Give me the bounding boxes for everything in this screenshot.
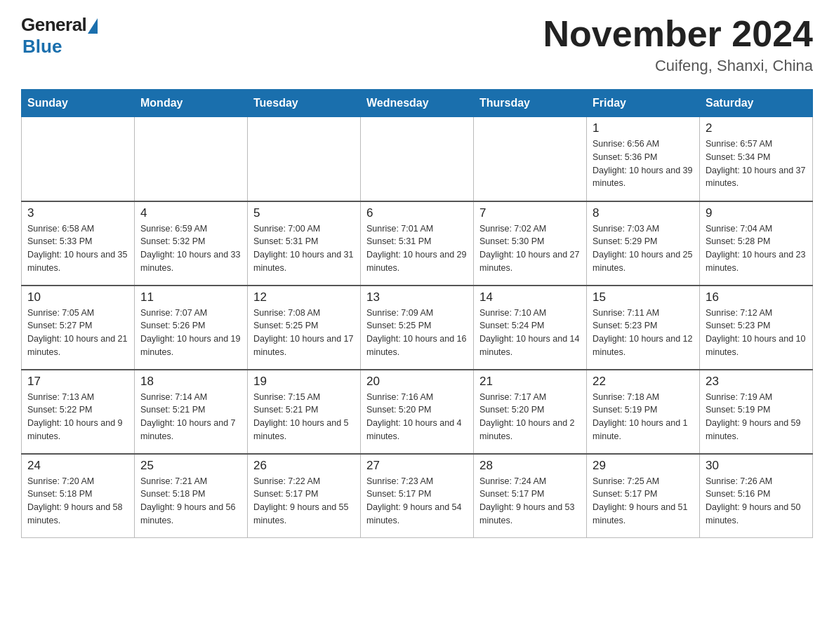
weekday-header: Friday xyxy=(587,90,700,117)
day-info: Sunrise: 7:19 AMSunset: 5:19 PMDaylight:… xyxy=(706,391,807,443)
day-info: Sunrise: 7:25 AMSunset: 5:17 PMDaylight:… xyxy=(593,475,694,528)
day-number: 30 xyxy=(706,459,807,473)
day-info: Sunrise: 7:03 AMSunset: 5:29 PMDaylight:… xyxy=(593,222,694,275)
calendar-cell: 10Sunrise: 7:05 AMSunset: 5:27 PMDayligh… xyxy=(22,286,135,370)
day-number: 16 xyxy=(706,290,807,304)
day-number: 8 xyxy=(593,206,694,220)
logo-general-text: General xyxy=(21,14,86,36)
day-info: Sunrise: 7:07 AMSunset: 5:26 PMDaylight:… xyxy=(140,307,241,359)
calendar-week-row: 1Sunrise: 6:56 AMSunset: 5:36 PMDaylight… xyxy=(22,117,813,201)
day-number: 5 xyxy=(253,206,355,220)
logo-triangle-icon xyxy=(88,18,98,34)
day-info: Sunrise: 7:14 AMSunset: 5:21 PMDaylight:… xyxy=(140,391,241,443)
day-info: Sunrise: 7:12 AMSunset: 5:23 PMDaylight:… xyxy=(706,307,807,359)
calendar-cell xyxy=(361,117,474,201)
calendar-cell: 2Sunrise: 6:57 AMSunset: 5:34 PMDaylight… xyxy=(700,117,813,201)
page-header: General Blue November 2024 Cuifeng, Shan… xyxy=(21,14,813,75)
day-number: 1 xyxy=(593,121,694,135)
day-number: 4 xyxy=(140,206,241,220)
calendar-cell xyxy=(22,117,135,201)
calendar-cell: 29Sunrise: 7:25 AMSunset: 5:17 PMDayligh… xyxy=(587,454,700,538)
calendar-cell: 22Sunrise: 7:18 AMSunset: 5:19 PMDayligh… xyxy=(587,370,700,454)
calendar-cell: 1Sunrise: 6:56 AMSunset: 5:36 PMDaylight… xyxy=(587,117,700,201)
calendar-header-row: SundayMondayTuesdayWednesdayThursdayFrid… xyxy=(22,90,813,117)
weekday-header: Monday xyxy=(135,90,248,117)
calendar-cell: 18Sunrise: 7:14 AMSunset: 5:21 PMDayligh… xyxy=(135,370,248,454)
calendar-cell: 17Sunrise: 7:13 AMSunset: 5:22 PMDayligh… xyxy=(22,370,135,454)
day-number: 10 xyxy=(27,290,128,304)
day-number: 20 xyxy=(366,375,468,389)
day-info: Sunrise: 7:01 AMSunset: 5:31 PMDaylight:… xyxy=(366,222,468,275)
day-info: Sunrise: 7:20 AMSunset: 5:18 PMDaylight:… xyxy=(27,475,128,528)
day-info: Sunrise: 7:04 AMSunset: 5:28 PMDaylight:… xyxy=(706,222,807,275)
calendar-cell: 28Sunrise: 7:24 AMSunset: 5:17 PMDayligh… xyxy=(474,454,587,538)
day-number: 11 xyxy=(140,290,241,304)
calendar-cell: 23Sunrise: 7:19 AMSunset: 5:19 PMDayligh… xyxy=(700,370,813,454)
calendar-cell: 20Sunrise: 7:16 AMSunset: 5:20 PMDayligh… xyxy=(361,370,474,454)
calendar-week-row: 24Sunrise: 7:20 AMSunset: 5:18 PMDayligh… xyxy=(22,454,813,538)
calendar-table: SundayMondayTuesdayWednesdayThursdayFrid… xyxy=(21,89,813,538)
weekday-header: Tuesday xyxy=(248,90,361,117)
day-number: 3 xyxy=(27,206,128,220)
day-number: 29 xyxy=(593,459,694,473)
day-info: Sunrise: 7:11 AMSunset: 5:23 PMDaylight:… xyxy=(593,307,694,359)
day-number: 13 xyxy=(366,290,468,304)
day-number: 26 xyxy=(253,459,355,473)
day-number: 18 xyxy=(140,375,241,389)
calendar-cell: 26Sunrise: 7:22 AMSunset: 5:17 PMDayligh… xyxy=(248,454,361,538)
day-info: Sunrise: 7:10 AMSunset: 5:24 PMDaylight:… xyxy=(479,307,581,359)
day-number: 24 xyxy=(27,459,128,473)
calendar-cell: 12Sunrise: 7:08 AMSunset: 5:25 PMDayligh… xyxy=(248,286,361,370)
day-number: 7 xyxy=(479,206,581,220)
logo-blue-text: Blue xyxy=(22,36,62,58)
day-info: Sunrise: 7:00 AMSunset: 5:31 PMDaylight:… xyxy=(253,222,355,275)
day-info: Sunrise: 7:05 AMSunset: 5:27 PMDaylight:… xyxy=(27,307,128,359)
calendar-cell: 15Sunrise: 7:11 AMSunset: 5:23 PMDayligh… xyxy=(587,286,700,370)
weekday-header: Sunday xyxy=(22,90,135,117)
day-number: 2 xyxy=(706,121,807,135)
day-info: Sunrise: 7:24 AMSunset: 5:17 PMDaylight:… xyxy=(479,475,581,528)
day-info: Sunrise: 7:16 AMSunset: 5:20 PMDaylight:… xyxy=(366,391,468,443)
calendar-week-row: 3Sunrise: 6:58 AMSunset: 5:33 PMDaylight… xyxy=(22,201,813,286)
calendar-week-row: 10Sunrise: 7:05 AMSunset: 5:27 PMDayligh… xyxy=(22,286,813,370)
calendar-cell: 24Sunrise: 7:20 AMSunset: 5:18 PMDayligh… xyxy=(22,454,135,538)
day-info: Sunrise: 7:13 AMSunset: 5:22 PMDaylight:… xyxy=(27,391,128,443)
calendar-cell: 7Sunrise: 7:02 AMSunset: 5:30 PMDaylight… xyxy=(474,201,587,286)
calendar-cell xyxy=(474,117,587,201)
day-number: 6 xyxy=(366,206,468,220)
calendar-cell: 19Sunrise: 7:15 AMSunset: 5:21 PMDayligh… xyxy=(248,370,361,454)
day-number: 9 xyxy=(706,206,807,220)
day-number: 15 xyxy=(593,290,694,304)
day-number: 27 xyxy=(366,459,468,473)
day-number: 12 xyxy=(253,290,355,304)
day-info: Sunrise: 7:17 AMSunset: 5:20 PMDaylight:… xyxy=(479,391,581,443)
day-number: 19 xyxy=(253,375,355,389)
calendar-cell: 11Sunrise: 7:07 AMSunset: 5:26 PMDayligh… xyxy=(135,286,248,370)
day-info: Sunrise: 7:26 AMSunset: 5:16 PMDaylight:… xyxy=(706,475,807,528)
day-info: Sunrise: 6:58 AMSunset: 5:33 PMDaylight:… xyxy=(27,222,128,275)
day-info: Sunrise: 6:56 AMSunset: 5:36 PMDaylight:… xyxy=(593,137,694,190)
calendar-cell: 4Sunrise: 6:59 AMSunset: 5:32 PMDaylight… xyxy=(135,201,248,286)
logo: General Blue xyxy=(21,14,98,58)
day-info: Sunrise: 7:23 AMSunset: 5:17 PMDaylight:… xyxy=(366,475,468,528)
day-number: 22 xyxy=(593,375,694,389)
calendar-cell xyxy=(248,117,361,201)
day-info: Sunrise: 7:02 AMSunset: 5:30 PMDaylight:… xyxy=(479,222,581,275)
day-number: 21 xyxy=(479,375,581,389)
calendar-cell: 13Sunrise: 7:09 AMSunset: 5:25 PMDayligh… xyxy=(361,286,474,370)
calendar-cell xyxy=(135,117,248,201)
title-section: November 2024 Cuifeng, Shanxi, China xyxy=(543,14,813,75)
calendar-cell: 16Sunrise: 7:12 AMSunset: 5:23 PMDayligh… xyxy=(700,286,813,370)
calendar-cell: 5Sunrise: 7:00 AMSunset: 5:31 PMDaylight… xyxy=(248,201,361,286)
weekday-header: Saturday xyxy=(700,90,813,117)
day-info: Sunrise: 7:22 AMSunset: 5:17 PMDaylight:… xyxy=(253,475,355,528)
calendar-cell: 14Sunrise: 7:10 AMSunset: 5:24 PMDayligh… xyxy=(474,286,587,370)
calendar-cell: 30Sunrise: 7:26 AMSunset: 5:16 PMDayligh… xyxy=(700,454,813,538)
day-number: 28 xyxy=(479,459,581,473)
weekday-header: Wednesday xyxy=(361,90,474,117)
day-number: 14 xyxy=(479,290,581,304)
calendar-cell: 9Sunrise: 7:04 AMSunset: 5:28 PMDaylight… xyxy=(700,201,813,286)
day-number: 17 xyxy=(27,375,128,389)
day-info: Sunrise: 6:59 AMSunset: 5:32 PMDaylight:… xyxy=(140,222,241,275)
calendar-cell: 3Sunrise: 6:58 AMSunset: 5:33 PMDaylight… xyxy=(22,201,135,286)
